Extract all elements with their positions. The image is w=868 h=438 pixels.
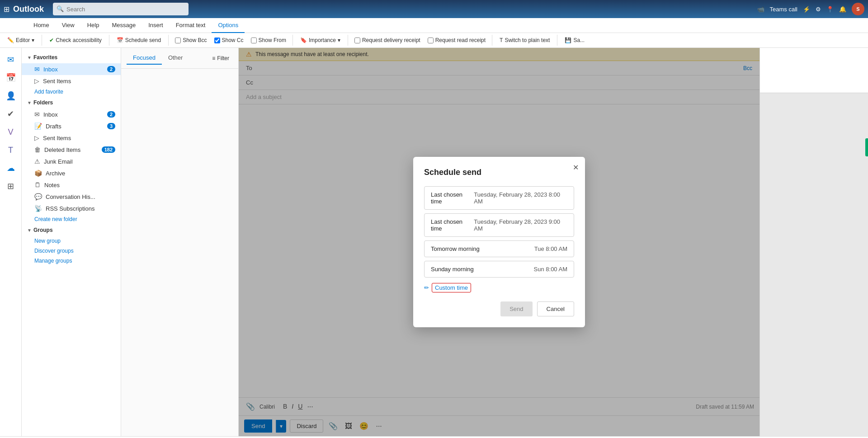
- divider-4: [292, 35, 293, 46]
- drafts-label: Drafts: [46, 123, 61, 130]
- nav-onedrive-icon[interactable]: ☁: [3, 160, 19, 176]
- tab-home[interactable]: Home: [27, 18, 56, 33]
- dialog-cancel-button[interactable]: Cancel: [537, 301, 574, 316]
- custom-time-link[interactable]: ✏ Custom time: [424, 283, 574, 292]
- tab-format-text[interactable]: Format text: [170, 18, 212, 33]
- app-grid-icon[interactable]: ⊞: [4, 5, 9, 14]
- discover-groups-link[interactable]: Discover groups: [22, 246, 121, 256]
- search-input[interactable]: [53, 3, 189, 15]
- switch-plain-text-icon: T: [500, 37, 503, 43]
- divider-3: [168, 35, 169, 46]
- schedule-option-2[interactable]: Last chosen time Tuesday, February 28, 2…: [424, 213, 574, 237]
- filter-button[interactable]: ≡ Filter: [208, 53, 233, 63]
- sidebar-item-junk[interactable]: ⚠ Junk Email: [22, 155, 121, 167]
- sent-fav-icon: ▷: [34, 77, 39, 85]
- tab-view[interactable]: View: [56, 18, 81, 33]
- switch-plain-text-button[interactable]: T Switch to plain text: [496, 35, 553, 45]
- filter-label: Filter: [217, 55, 229, 61]
- delivery-receipt-checkbox[interactable]: [354, 38, 360, 43]
- schedule-option-4[interactable]: Sunday morning Sun 8:00 AM: [424, 261, 574, 278]
- sidebar-item-sent-fav[interactable]: ▷ Sent Items: [22, 75, 121, 87]
- groups-label: Groups: [33, 227, 53, 233]
- email-list-tabs: Focused Other: [127, 52, 189, 65]
- schedule-option-3[interactable]: Tomorrow morning Tue 8:00 AM: [424, 240, 574, 257]
- avatar[interactable]: S: [852, 3, 864, 15]
- location-icon[interactable]: 📍: [826, 6, 834, 13]
- show-from-checkbox-label[interactable]: Show From: [248, 35, 289, 45]
- sidebar-item-sent[interactable]: ▷ Sent Items: [22, 132, 121, 144]
- sidebar-item-rss[interactable]: 📡 RSS Subscriptions: [22, 203, 121, 214]
- custom-time-label[interactable]: Custom time: [432, 283, 471, 292]
- divider-1: [42, 35, 42, 46]
- rss-icon: 📡: [34, 205, 42, 212]
- manage-groups-link[interactable]: Manage groups: [22, 256, 121, 266]
- tab-focused[interactable]: Focused: [127, 52, 162, 65]
- editor-chevron: ▾: [32, 37, 34, 43]
- read-receipt-label[interactable]: Request read receipt: [425, 35, 488, 45]
- save-icon: 💾: [565, 37, 571, 43]
- save-button[interactable]: 💾 Sa...: [561, 35, 588, 45]
- nav-tasks-icon[interactable]: ✔: [3, 106, 19, 122]
- option-1-time: Tuesday, February 28, 2023 8:00 AM: [474, 191, 567, 205]
- sidebar-item-inbox[interactable]: ✉ Inbox 2: [22, 108, 121, 120]
- lightning-icon[interactable]: ⚡: [803, 6, 810, 13]
- nav-teams-icon[interactable]: T: [3, 142, 19, 158]
- delivery-receipt-text: Request delivery receipt: [362, 37, 420, 43]
- sidebar-item-inbox-fav[interactable]: ✉ Inbox 2: [22, 63, 121, 75]
- editor-label: Editor: [16, 37, 30, 43]
- settings-icon[interactable]: ⚙: [816, 6, 821, 13]
- teams-call-label[interactable]: Teams call: [770, 6, 797, 13]
- tab-message[interactable]: Message: [105, 18, 142, 33]
- tab-other[interactable]: Other: [162, 52, 189, 65]
- nav-apps-icon[interactable]: ⊞: [3, 178, 19, 194]
- show-bcc-checkbox[interactable]: [175, 38, 181, 43]
- sent-icon: ▷: [34, 134, 39, 141]
- show-cc-checkbox-label[interactable]: Show Cc: [212, 35, 246, 45]
- nav-mail-icon[interactable]: ✉: [3, 52, 19, 68]
- teams-call-btn[interactable]: 📹: [757, 6, 764, 13]
- drafts-icon: 📝: [34, 122, 42, 130]
- notification-icon[interactable]: 🔔: [839, 6, 846, 13]
- groups-header[interactable]: ▼ Groups: [22, 224, 121, 236]
- editor-button[interactable]: ✏️ Editor ▾: [4, 35, 38, 45]
- importance-button[interactable]: 🔖 Importance ▾: [297, 35, 344, 45]
- tab-help[interactable]: Help: [81, 18, 106, 33]
- tab-options[interactable]: Options: [212, 18, 245, 33]
- schedule-send-button[interactable]: 📅 Schedule send: [113, 35, 165, 45]
- pencil-icon: ✏: [424, 284, 429, 291]
- nav-calendar-icon[interactable]: 📅: [3, 70, 19, 86]
- new-group-link[interactable]: New group: [22, 236, 121, 246]
- dialog-close-button[interactable]: ✕: [573, 163, 579, 172]
- preview-top: [760, 48, 868, 93]
- email-list-panel: Focused Other ≡ Filter: [121, 48, 239, 436]
- deleted-badge: 182: [102, 146, 115, 153]
- sidebar-item-drafts[interactable]: 📝 Drafts 3: [22, 120, 121, 132]
- schedule-option-1[interactable]: Last chosen time Tuesday, February 28, 2…: [424, 186, 574, 210]
- main-layout: ✉ 📅 👤 ✔ V T ☁ ⊞ ▼ Favorites ✉ Inbox 2 ▷ …: [0, 48, 868, 436]
- nav-viva-icon[interactable]: V: [3, 124, 19, 140]
- dialog-send-button[interactable]: Send: [500, 301, 532, 316]
- show-cc-checkbox[interactable]: [214, 38, 220, 43]
- delivery-receipt-label[interactable]: Request delivery receipt: [352, 35, 423, 45]
- check-accessibility-button[interactable]: ✔ Check accessibility: [46, 35, 105, 45]
- sidebar-item-deleted[interactable]: 🗑 Deleted Items 182: [22, 144, 121, 155]
- read-receipt-text: Request read receipt: [435, 37, 486, 43]
- dialog-footer: Send Cancel: [424, 301, 574, 316]
- nav-people-icon[interactable]: 👤: [3, 88, 19, 104]
- schedule-send-icon: 📅: [117, 37, 123, 43]
- custom-time-row: ✏ Custom time: [424, 283, 574, 292]
- tab-insert[interactable]: Insert: [142, 18, 170, 33]
- add-favorite-link[interactable]: Add favorite: [22, 87, 121, 97]
- sidebar-item-conv-his[interactable]: 💬 Conversation His...: [22, 191, 121, 203]
- editor-icon: ✏️: [7, 37, 14, 43]
- sidebar-item-archive[interactable]: 📦 Archive: [22, 167, 121, 179]
- show-bcc-checkbox-label[interactable]: Show Bcc: [172, 35, 209, 45]
- deleted-label: Deleted Items: [44, 146, 80, 153]
- create-new-folder-link[interactable]: Create new folder: [22, 214, 121, 224]
- show-from-checkbox[interactable]: [251, 38, 257, 43]
- favorites-header[interactable]: ▼ Favorites: [22, 52, 121, 63]
- sidebar-item-notes[interactable]: 🗒 Notes: [22, 179, 121, 191]
- read-receipt-checkbox[interactable]: [428, 38, 434, 43]
- folders-header[interactable]: ▼ Folders: [22, 97, 121, 108]
- archive-icon: 📦: [34, 170, 42, 177]
